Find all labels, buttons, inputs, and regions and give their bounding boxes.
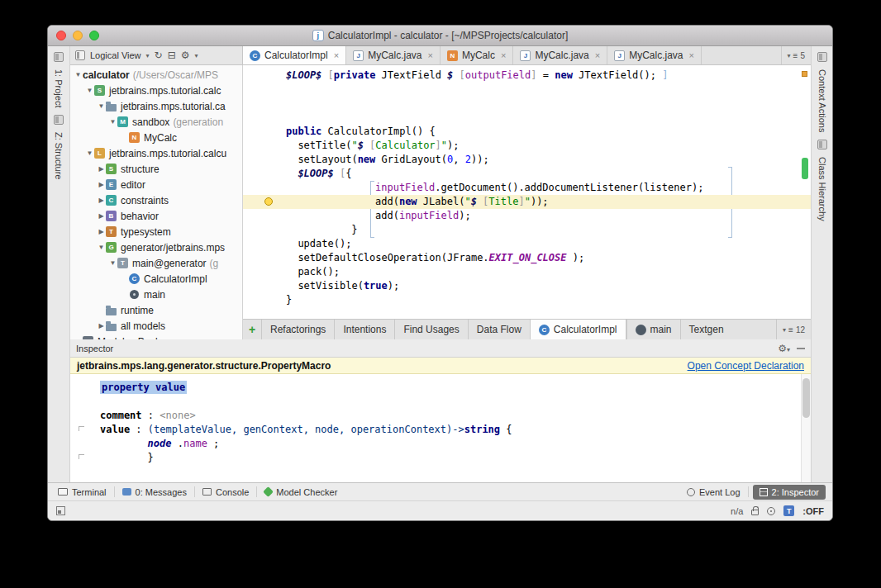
tree-item[interactable]: ▼Sjetbrains.mps.tutorial.calc	[70, 83, 242, 98]
settings-gear-icon[interactable]: ⚙	[181, 50, 190, 60]
chevron-down-icon[interactable]: ▾	[788, 52, 791, 59]
tree-expand-arrow[interactable]: ▼	[85, 149, 94, 157]
tree-expand-arrow[interactable]: ▼	[97, 244, 106, 251]
warning-stripe-mark[interactable]	[802, 71, 807, 77]
statusbar-button[interactable]: Model Checker	[261, 487, 340, 497]
code-line[interactable]: setDefaultCloseOperation(JFrame.EXIT_ON_…	[243, 251, 811, 265]
inspector-settings-gear-icon[interactable]: ⚙▾	[778, 343, 790, 354]
editor[interactable]: $LOOP$ [private JTextField $ [outputFiel…	[243, 65, 811, 319]
chevron-down-icon[interactable]: ▾	[194, 52, 198, 59]
code-line[interactable]: setVisible(true);	[243, 279, 811, 293]
collapse-all-icon[interactable]: ⊟	[168, 50, 176, 60]
code-line[interactable]	[243, 83, 811, 97]
code-line[interactable]: $LOOP$ [{	[243, 167, 811, 181]
close-tab-icon[interactable]: ×	[428, 50, 433, 60]
tool-tab-project[interactable]: 1: Project	[54, 69, 64, 107]
zoom-window-button[interactable]	[89, 31, 99, 40]
code-line[interactable]: public CalculatorImpl() {	[243, 125, 811, 139]
code-line[interactable]: }	[70, 451, 811, 465]
inspector-editor[interactable]: property value comment : <none>value : (…	[70, 374, 811, 482]
add-tab-button[interactable]: +	[243, 320, 261, 339]
tree-item[interactable]: ▶Bbehavior	[70, 208, 242, 224]
tree-expand-arrow[interactable]: ▼	[108, 118, 117, 126]
code-line[interactable]: add(inputField);	[243, 209, 811, 223]
statusbar-button[interactable]: Console	[199, 487, 252, 497]
error-stripe[interactable]	[799, 65, 811, 319]
hector-icon[interactable]	[767, 507, 775, 515]
editor-tab[interactable]: CCalculatorImpl×	[243, 46, 346, 64]
open-concept-declaration-link[interactable]: Open Concept Declaration	[688, 360, 804, 372]
tree-item[interactable]: NMyCalc	[70, 130, 242, 145]
code-line[interactable]: $LOOP$ [private JTextField $ [outputFiel…	[243, 69, 811, 83]
editor-tab[interactable]: JMyCalc.java×	[346, 46, 440, 64]
tree-item[interactable]: MModules Pool	[70, 334, 242, 339]
tool-tab-structure[interactable]: Z: Structure	[54, 132, 64, 179]
scroll-thumb-mark[interactable]	[802, 158, 808, 179]
tree-expand-arrow[interactable]: ▶	[97, 197, 106, 204]
statusbar-button[interactable]: Event Log	[683, 487, 744, 497]
tree-expand-arrow[interactable]: ▼	[74, 71, 83, 78]
code-line[interactable]: add(new JLabel("$ [Title]"));	[243, 195, 811, 209]
tree-item[interactable]: ▶Ttypesystem	[70, 224, 242, 239]
tree-item[interactable]: ▶Eeditor	[70, 177, 242, 192]
code-line[interactable]: pack();	[243, 265, 811, 279]
refresh-icon[interactable]: ↻	[155, 50, 163, 60]
chevron-down-icon[interactable]: ▾	[783, 326, 786, 334]
close-tab-icon[interactable]: ×	[501, 50, 506, 60]
tree-item[interactable]: ▶Cconstraints	[70, 192, 242, 208]
editor-tab[interactable]: NMyCalc×	[440, 46, 513, 64]
structure-tool-icon[interactable]	[54, 115, 64, 125]
editor-tab[interactable]: JMyCalc.java×	[607, 46, 702, 64]
tree-expand-arrow[interactable]: ▶	[97, 228, 106, 235]
code-area[interactable]: $LOOP$ [private JTextField $ [outputFiel…	[243, 65, 811, 319]
minimize-window-button[interactable]	[73, 31, 83, 40]
toolwindow-switcher-icon[interactable]	[56, 506, 65, 515]
code-line[interactable]	[243, 111, 811, 125]
tree-item[interactable]: ▼jetbrains.mps.tutorial.ca	[70, 98, 242, 114]
statusbar-button[interactable]: 0: Messages	[119, 487, 190, 497]
bottom-tab[interactable]: Textgen	[680, 320, 732, 339]
close-tab-icon[interactable]: ×	[334, 50, 339, 60]
tree-item[interactable]: ▼Ggenerator/jetbrains.mps	[70, 239, 242, 255]
tree-item[interactable]: CCalculatorImpl	[70, 271, 242, 287]
editor-tab[interactable]: JMyCalc.java×	[513, 46, 607, 64]
code-line[interactable]: node .name ;	[70, 437, 811, 451]
code-line[interactable]: setTitle("$ [Calculator]");	[243, 139, 811, 153]
tab-list-icon[interactable]: ≡	[793, 51, 798, 60]
tree-item[interactable]: ▶Sstructure	[70, 161, 242, 177]
statusbar-button[interactable]: 2: Inspector	[753, 485, 826, 500]
tree-item[interactable]: ▼Ljetbrains.mps.tutorial.calcu	[70, 145, 242, 161]
bottom-tab[interactable]: Refactorings	[261, 320, 334, 339]
tree-item[interactable]: runtime	[70, 302, 242, 318]
tool-tab-context-actions[interactable]: Context Actions	[817, 69, 827, 132]
bottom-tab[interactable]: Data Flow	[468, 320, 530, 339]
close-tab-icon[interactable]: ×	[689, 50, 694, 60]
code-line[interactable]: update();	[243, 237, 811, 251]
intention-bulb-icon[interactable]	[264, 197, 273, 206]
bottom-tab[interactable]: CCalculatorImpl	[530, 320, 626, 339]
tree-expand-arrow[interactable]: ▼	[97, 102, 106, 110]
close-window-button[interactable]	[56, 31, 66, 40]
window-titlebar[interactable]: j CalculatorImpl - calculator - [~/MPSPr…	[48, 26, 832, 46]
bottom-tab[interactable]: main	[626, 320, 680, 339]
project-tool-icon[interactable]	[54, 52, 64, 62]
tree-item[interactable]: main	[70, 287, 242, 302]
class-hierarchy-tool-icon[interactable]	[817, 140, 827, 149]
bottom-tab[interactable]: Intentions	[334, 320, 394, 339]
statusbar-button[interactable]: Terminal	[55, 487, 110, 497]
tree-expand-arrow[interactable]: ▼	[85, 87, 94, 94]
chevron-down-icon[interactable]: ▾	[146, 52, 150, 59]
inspector-hide-icon[interactable]	[797, 348, 805, 349]
tree-item[interactable]: ▼calculator (/Users/Oscar/MPS	[70, 67, 242, 83]
tree-expand-arrow[interactable]: ▶	[97, 181, 106, 188]
code-line[interactable]: property value	[70, 381, 811, 395]
code-line[interactable]: setLayout(new GridLayout(0, 2));	[243, 153, 811, 167]
tool-tab-class-hierarchy[interactable]: Class Hierarchy	[817, 157, 827, 221]
bottom-tab[interactable]: Find Usages	[394, 320, 467, 339]
tab-overflow[interactable]: ▾ ≡ 5	[781, 46, 811, 64]
tree-item[interactable]: ▶all models	[70, 318, 242, 334]
tab-list-icon[interactable]: ≡	[788, 325, 793, 334]
close-tab-icon[interactable]: ×	[595, 50, 600, 60]
bottom-tab-overflow[interactable]: ▾ ≡ 12	[776, 320, 811, 339]
transient-models-badge[interactable]: T	[783, 505, 794, 516]
